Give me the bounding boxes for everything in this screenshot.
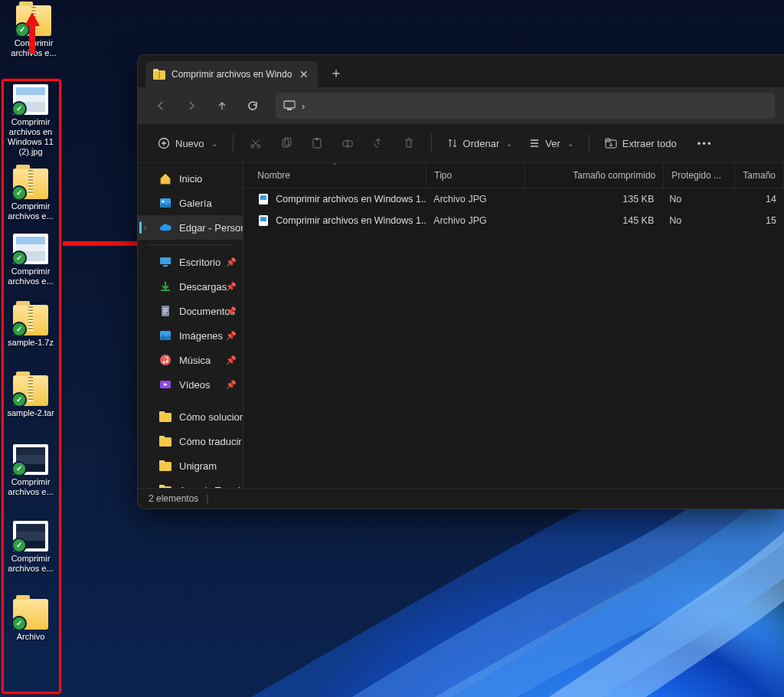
- trash-icon: [403, 137, 415, 149]
- sidebar-item-gallery[interactable]: Galería: [138, 191, 243, 215]
- chevron-down-icon: ⌄: [506, 139, 512, 148]
- desktop-icon[interactable]: Comprimir archivos en Windows 11 (2).jpg: [3, 84, 58, 157]
- folder-icon: [159, 411, 172, 423]
- column-header-compressed-size[interactable]: Tamaño comprimido: [525, 163, 664, 188]
- pin-icon: 📌: [226, 380, 237, 390]
- up-button[interactable]: [208, 92, 236, 119]
- sidebar-item-desktop[interactable]: Escritorio 📌: [138, 250, 243, 274]
- plus-circle-icon: [158, 137, 170, 149]
- desktop-icon: [159, 256, 172, 268]
- file-protected: No: [662, 215, 732, 226]
- svg-rect-3: [284, 101, 295, 108]
- extract-label: Extraer todo: [622, 138, 677, 149]
- more-button[interactable]: •••: [692, 130, 718, 156]
- sync-badge-icon: [13, 461, 27, 475]
- view-button[interactable]: Ver ⌄: [523, 130, 580, 156]
- sidebar-item-music[interactable]: Música 📌: [138, 348, 243, 372]
- desktop-icon[interactable]: Comprimir archivos e...: [3, 444, 58, 497]
- file-list: Nombre ˄ Tipo Tamaño comprimido Protegid…: [243, 163, 784, 488]
- svg-point-7: [257, 145, 260, 148]
- images-icon: [159, 329, 172, 342]
- sidebar-label: Escritorio: [179, 257, 220, 268]
- download-icon: [159, 280, 172, 293]
- sidebar-item-documents[interactable]: Documentos 📌: [138, 299, 243, 323]
- svg-rect-11: [315, 138, 318, 140]
- column-header-name[interactable]: Nombre ˄: [243, 163, 426, 188]
- desktop-icon[interactable]: Archivo: [3, 599, 58, 642]
- desktop-icon[interactable]: Comprimir archivos e...: [3, 234, 58, 286]
- copy-button[interactable]: [273, 130, 299, 156]
- pin-icon: 📌: [226, 257, 237, 267]
- nav-toolbar: ›: [138, 87, 784, 124]
- extract-all-button[interactable]: Extraer todo: [599, 130, 683, 156]
- svg-rect-32: [159, 485, 165, 488]
- sync-badge-icon: [13, 250, 27, 264]
- sidebar-item-folder[interactable]: Cómo soluciona: [138, 404, 243, 429]
- desktop-icon[interactable]: sample-2.tar: [3, 375, 58, 418]
- desktop-icon-label: Comprimir archivos en Windows 11 (2).jpg: [3, 117, 58, 157]
- desktop-icon[interactable]: Comprimir archivos e...: [3, 521, 58, 574]
- sort-label: Ordenar: [463, 138, 500, 149]
- tab-close-button[interactable]: ✕: [298, 68, 310, 80]
- cut-button[interactable]: [243, 130, 269, 156]
- file-row[interactable]: Comprimir archivos en Windows 1... Archi…: [243, 188, 784, 210]
- column-header-size[interactable]: Tamaño: [735, 163, 784, 188]
- sort-button[interactable]: Ordenar ⌄: [441, 130, 519, 156]
- new-button[interactable]: Nuevo ⌄: [152, 130, 224, 156]
- sidebar-label: Inicio: [179, 173, 202, 185]
- column-header-type[interactable]: Tipo: [426, 163, 525, 188]
- svg-point-22: [163, 362, 165, 364]
- share-button[interactable]: [365, 130, 391, 156]
- sidebar-item-folder[interactable]: Acronis True Im: [138, 478, 243, 488]
- paste-button[interactable]: [304, 130, 330, 156]
- file-compressed-size: 135 KB: [524, 194, 662, 205]
- sidebar-item-downloads[interactable]: Descargas 📌: [138, 274, 243, 299]
- rename-button[interactable]: [335, 130, 361, 156]
- address-bar[interactable]: ›: [276, 93, 775, 119]
- desktop[interactable]: Comprimir archivos e... Comprimir archiv…: [0, 0, 784, 697]
- chevron-down-icon: ⌄: [211, 139, 217, 148]
- paste-icon: [311, 137, 323, 149]
- titlebar[interactable]: Comprimir archivos en Windo ✕ ＋: [138, 55, 784, 87]
- jpg-file-icon: [257, 214, 270, 227]
- sync-badge-icon: [11, 616, 27, 631]
- back-button[interactable]: [147, 92, 175, 119]
- expand-icon[interactable]: ›: [144, 224, 146, 232]
- column-headers: Nombre ˄ Tipo Tamaño comprimido Protegid…: [243, 163, 784, 188]
- view-icon: [529, 138, 540, 149]
- ellipsis-icon: •••: [697, 138, 713, 149]
- sidebar-item-folder[interactable]: Cómo traducir l: [138, 429, 243, 453]
- status-bar: 2 elementos |: [138, 488, 784, 509]
- pin-icon: 📌: [226, 355, 237, 365]
- sort-indicator-icon: ˄: [333, 162, 337, 170]
- pin-icon: 📌: [226, 306, 237, 316]
- sidebar-label: Imágenes: [179, 330, 223, 342]
- zip-folder-icon: [153, 69, 165, 80]
- desktop-icon[interactable]: Comprimir archivos e...: [3, 169, 58, 221]
- column-header-protected[interactable]: Protegido ...: [664, 163, 735, 188]
- sidebar-item-videos[interactable]: Vídeos 📌: [138, 372, 243, 397]
- file-row[interactable]: Comprimir archivos en Windows 1... Archi…: [243, 210, 784, 231]
- navigation-sidebar[interactable]: Inicio Galería › Edgar - Persona Escrito…: [138, 163, 243, 488]
- forward-button[interactable]: [178, 92, 205, 119]
- document-icon: [159, 305, 172, 317]
- sidebar-label: Música: [179, 355, 211, 366]
- sync-badge-icon: [13, 538, 27, 551]
- desktop-icon-label: Comprimir archivos e...: [3, 201, 58, 221]
- delete-button[interactable]: [396, 130, 422, 156]
- window-tab[interactable]: Comprimir archivos en Windo ✕: [145, 61, 318, 87]
- refresh-button[interactable]: [239, 92, 266, 119]
- sidebar-item-folder[interactable]: Unigram: [138, 453, 243, 478]
- file-size: 15: [732, 215, 784, 226]
- new-tab-button[interactable]: ＋: [324, 61, 348, 85]
- file-rows[interactable]: Comprimir archivos en Windows 1... Archi…: [243, 188, 784, 488]
- new-label: Nuevo: [175, 138, 204, 149]
- file-protected: No: [662, 194, 732, 205]
- folder-icon: [159, 484, 172, 488]
- sidebar-item-images[interactable]: Imágenes 📌: [138, 323, 243, 348]
- desktop-icon-label: Comprimir archivos e...: [3, 477, 58, 497]
- desktop-icon[interactable]: sample-1.7z: [3, 305, 58, 348]
- sidebar-item-home[interactable]: Inicio: [138, 166, 243, 191]
- sidebar-label: Cómo traducir l: [179, 436, 243, 447]
- sidebar-item-onedrive[interactable]: › Edgar - Persona: [138, 215, 243, 240]
